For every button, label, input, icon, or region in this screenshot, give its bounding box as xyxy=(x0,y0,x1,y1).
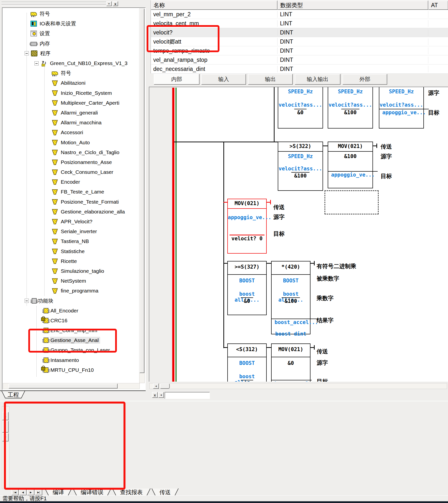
tree-item-section[interactable]: Accessori xyxy=(3,128,140,137)
nav-first-button[interactable]: |◀ xyxy=(11,489,19,495)
tree-item-section[interactable]: FB_Teste_e_Lame xyxy=(3,187,140,197)
section-icon xyxy=(52,219,58,225)
tree-item-io-table[interactable]: IO表和单元设置 xyxy=(3,19,140,29)
scrollbar-thumb[interactable] xyxy=(9,384,118,388)
instruction-block-gtes[interactable]: >=S(327) BOOST boost all'a... &0 xyxy=(227,261,267,315)
tree-item-memory[interactable]: 内存 xyxy=(3,39,140,49)
scrollbar-thumb[interactable] xyxy=(140,9,144,373)
tree-item-section[interactable]: Simulazione_taglio xyxy=(3,266,140,276)
symbols-icon xyxy=(31,12,37,16)
tree-item-function-block[interactable]: Intasamento xyxy=(3,355,140,365)
tab-compile[interactable]: 编译 xyxy=(45,488,72,496)
table-row[interactable]: velocit郷attDINT xyxy=(151,37,448,46)
tree-item-section[interactable]: Posizionamento_Asse xyxy=(3,157,140,167)
ladder-close-button[interactable]: x xyxy=(152,392,158,398)
tree-item-function-block[interactable]: Gruppo_Testa_con_Laser xyxy=(3,345,140,355)
tree-item-section[interactable]: Seriale_inverter xyxy=(3,227,140,236)
tab-inout[interactable]: 输入输出 xyxy=(295,74,340,85)
table-row[interactable]: velocita_cent_mmLINT xyxy=(151,19,448,28)
scroll-left-button[interactable]: ◄ xyxy=(153,383,159,389)
tree-vertical-scrollbar[interactable] xyxy=(139,8,145,383)
ladder-scroll-left-button[interactable]: ◄ xyxy=(158,392,164,398)
ladder-editor[interactable]: SPEED_Hz velocit?ass... &0 SPEED_Hz velo… xyxy=(149,87,448,382)
close-icon: x xyxy=(114,2,116,6)
ladder-horizontal-scrollbar[interactable]: ◄ xyxy=(149,383,447,389)
tree-item-section[interactable]: Abilitazioni xyxy=(3,78,140,88)
tree-item-section[interactable]: APR_Velocit? xyxy=(3,217,140,227)
tab-transfer[interactable]: 传送 xyxy=(152,488,179,496)
tree-item-section[interactable]: Ceck_Consumo_Laser xyxy=(3,167,140,177)
tree-item-section[interactable]: Multiplexer_Carter_Aperti xyxy=(3,98,140,108)
tree-item-section[interactable]: Posizione_Teste_Formati xyxy=(3,197,140,207)
tree-item-section[interactable]: NetSystem xyxy=(3,276,140,286)
tree-menu-button[interactable]: ▼ xyxy=(106,1,112,6)
column-header-datatype[interactable]: 数据类型 xyxy=(277,0,428,10)
tree-item-function-block[interactable]: Enc_Conv_Imp_mm xyxy=(3,325,140,335)
scroll-up-button[interactable]: ▲ xyxy=(2,412,9,420)
instruction-block-mov-error[interactable]: MOV(021) appoggio_ve... velocit? 0 xyxy=(227,199,267,253)
column-header-at[interactable]: AT xyxy=(428,0,448,10)
symbol-table: 名称 数据类型 AT vel_mm_per_2LINT velocita_cen… xyxy=(151,0,448,73)
instruction-comment: 传送 xyxy=(317,348,328,355)
tree-item-function-block[interactable]: All_Encoder xyxy=(3,306,140,316)
tree-item-section[interactable]: Allarmi_macchina xyxy=(3,118,140,128)
tree-item-section[interactable]: fine_programma xyxy=(3,286,140,296)
instruction-block-mov[interactable]: MOV(021) &100 appoggio_ve... xyxy=(328,142,373,188)
nav-last-button[interactable]: ▶| xyxy=(35,489,42,495)
tab-compile-errors[interactable]: 编译错误 xyxy=(73,488,111,496)
tree-item-function-blocks[interactable]: 功能块 xyxy=(3,296,140,305)
nav-prev-button[interactable]: ◀ xyxy=(19,489,27,495)
tree-item-function-block[interactable]: CRC16 xyxy=(3,316,140,325)
table-row[interactable]: tempo_rampa_rimastoDINT xyxy=(151,46,448,55)
tree-item-function-block[interactable]: Gestione_Asse_Anal xyxy=(3,335,140,345)
tree-item-section[interactable]: Ricette xyxy=(3,256,140,266)
scroll-down-button[interactable]: ▼ xyxy=(2,433,9,441)
tree-item-programs[interactable]: 程序 xyxy=(3,49,140,58)
tree-item-section[interactable]: Encoder xyxy=(3,177,140,187)
ladder-bottom-track[interactable] xyxy=(165,392,210,399)
output-panel: ▲ ▼ 错误: 操作数无效. 条 10 (1,11). 错误: 操作数无效. 条… xyxy=(0,401,448,496)
operand-comment: 源字 xyxy=(317,359,328,367)
tree-item-symbols[interactable]: 符号 xyxy=(3,9,140,19)
scrollbar-thumb[interactable] xyxy=(2,421,9,433)
tree-item-section[interactable]: Nastro_e_Ciclo_di_Taglio xyxy=(3,148,140,157)
instruction-block-gts[interactable]: >S(322) SPEED_Hz velocit?ass... &100 xyxy=(278,142,323,191)
tree-close-button[interactable]: x xyxy=(113,1,118,6)
fb-call-speed-hz[interactable]: SPEED_Hz velocit?ass... &0 xyxy=(278,87,323,129)
tree-item-section[interactable]: Allarmi_generali xyxy=(3,108,140,118)
table-row[interactable]: dec_necessaria_dintDINT xyxy=(151,65,448,74)
tab-find-report[interactable]: 查找报表 xyxy=(112,488,151,496)
output-vertical-scrollbar[interactable]: ▲ ▼ xyxy=(2,406,9,489)
tree-item-symbols[interactable]: 符号 xyxy=(3,68,140,78)
operand-comment: 源字 xyxy=(428,89,439,97)
collapse-expander-icon[interactable] xyxy=(25,51,29,55)
tree-item-settings[interactable]: 设置 xyxy=(3,29,140,38)
tab-project[interactable]: 工程 xyxy=(1,391,25,398)
tree-item-program[interactable]: ↻Green_Cut_NB10_Express_V1_3 xyxy=(3,58,140,68)
collapse-expander-icon[interactable] xyxy=(34,61,39,66)
instruction-block-lts[interactable]: <S(312) BOOST boost all'a... &0 xyxy=(227,343,267,382)
tree-item-section[interactable]: Tastiera_NB xyxy=(3,236,140,246)
table-row[interactable]: vel_mm_per_2LINT xyxy=(151,10,448,19)
tree-horizontal-scrollbar[interactable] xyxy=(3,383,140,389)
instruction-block-multiply[interactable]: *(420) BOOST boost all'a... &100 boost_a… xyxy=(271,261,310,334)
tree-item-section[interactable]: Statistiche xyxy=(3,247,140,256)
instruction-block-mov[interactable]: MOV(021) &0 boost_accel xyxy=(271,343,310,382)
table-row-selected[interactable]: velocit?DINT xyxy=(151,28,448,37)
table-row[interactable]: vel_anal_rampa_stopDINT xyxy=(151,55,448,65)
scrollbar-thumb[interactable] xyxy=(160,383,170,389)
tab-input[interactable]: 输入 xyxy=(201,74,246,85)
tab-internal[interactable]: 内部 xyxy=(154,74,200,85)
tree-item-section[interactable]: Motion_Auto xyxy=(3,137,140,147)
tab-output[interactable]: 输出 xyxy=(248,74,293,85)
tree-item-section[interactable]: Inizio_Ricette_System xyxy=(3,88,140,98)
column-header-name[interactable]: 名称 xyxy=(151,0,277,10)
fb-call-speed-hz[interactable]: SPEED_Hz velocit?ass... &100 xyxy=(328,87,373,129)
collapse-expander-icon[interactable] xyxy=(25,299,29,303)
nav-next-button[interactable]: ▶ xyxy=(27,489,34,495)
tab-external[interactable]: 外部 xyxy=(342,74,387,85)
tree-item-section[interactable]: Gestione_elaborazione_alla xyxy=(3,207,140,217)
function-block-icon xyxy=(44,337,48,343)
fb-call-speed-hz[interactable]: SPEED_Hz velocit?ass... appoggio_ve... xyxy=(379,87,424,129)
tree-item-function-block[interactable]: MRTU_CPU_Fn10 xyxy=(3,365,140,375)
